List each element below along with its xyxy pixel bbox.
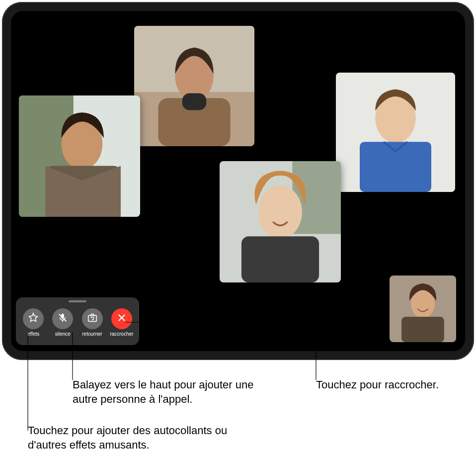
end-call-button[interactable] [111, 308, 132, 329]
svg-rect-18 [401, 317, 444, 342]
camera-flip-icon [87, 312, 98, 325]
participant-tile[interactable] [134, 26, 254, 146]
participant-tile[interactable] [19, 95, 140, 217]
flip-label: retourner [82, 331, 102, 337]
microphone-off-icon [57, 312, 68, 325]
tablet-frame: effets silence retourner [2, 2, 474, 360]
effects-control: effets [19, 308, 47, 337]
callout-swipe-up: Balayez vers le haut pour ajouter une au… [73, 378, 281, 406]
facetime-screen: effets silence retourner [11, 11, 465, 351]
callout-end-call: Touchez pour raccrocher. [316, 378, 439, 392]
svg-point-14 [258, 185, 302, 239]
mute-button[interactable] [52, 308, 73, 329]
participant-tile[interactable] [220, 161, 341, 282]
flip-control: retourner [79, 308, 106, 337]
svg-rect-22 [88, 315, 96, 321]
callout-stickers: Touchez pour ajouter des autocollants ou… [28, 424, 256, 452]
mute-label: silence [55, 331, 71, 337]
end-label: raccrocher [110, 331, 133, 337]
effects-label: effets [27, 331, 39, 337]
flip-camera-button[interactable] [82, 308, 103, 329]
effects-button[interactable] [23, 308, 44, 329]
svg-rect-11 [360, 142, 431, 192]
close-icon [116, 312, 127, 325]
self-view-tile[interactable] [390, 275, 456, 342]
mute-control: silence [49, 308, 77, 337]
end-control: raccrocher [108, 308, 136, 337]
svg-rect-15 [241, 236, 319, 282]
star-icon [28, 312, 39, 325]
participant-tile[interactable] [336, 73, 455, 192]
svg-rect-4 [182, 93, 206, 110]
call-controls-panel[interactable]: effets silence retourner [16, 297, 139, 345]
